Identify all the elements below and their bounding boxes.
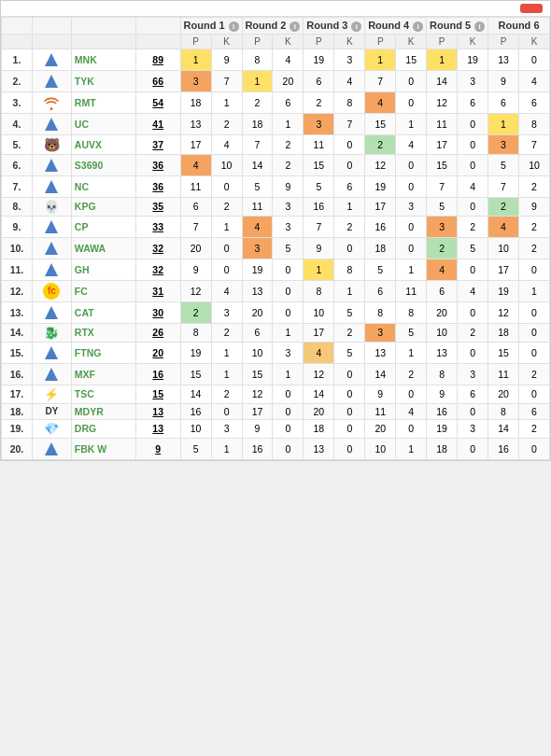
cell-r5p: 13 (427, 342, 458, 363)
page-header (1, 1, 550, 17)
sub-r6p: P (488, 34, 519, 49)
cell-r6p: 17 (488, 259, 519, 280)
cell-r4p: 5 (365, 259, 396, 280)
cell-r6p: 3 (488, 134, 519, 154)
cell-r5p: 3 (427, 216, 458, 237)
cell-r1k: 0 (211, 237, 242, 259)
cell-r4p: 7 (365, 70, 396, 91)
cell-rank: 6. (2, 154, 33, 175)
cell-r1k: 3 (211, 419, 242, 438)
cell-r3p: 20 (304, 403, 334, 419)
cell-r3k: 6 (334, 175, 365, 197)
cell-r3p: 12 (304, 363, 334, 385)
cell-r6p: 2 (488, 197, 519, 216)
cell-total: 13 (135, 419, 180, 438)
sub-r5k: K (458, 34, 488, 49)
cell-r5k: 0 (458, 342, 488, 363)
cell-r4k: 0 (396, 385, 427, 403)
cell-r2p: 3 (242, 237, 273, 259)
cell-r1k: 1 (211, 91, 242, 113)
round4-info-icon[interactable]: i (413, 21, 423, 32)
table-row: 11. GH 32 90190185140170 (2, 259, 550, 280)
cell-r1p: 20 (180, 237, 211, 259)
round3-header: Round 3 i (304, 18, 365, 35)
cell-r6p: 12 (488, 301, 519, 323)
points-button[interactable] (520, 4, 543, 13)
cell-r4k: 2 (396, 363, 427, 385)
cell-r6k: 2 (518, 175, 549, 197)
cell-r3k: 0 (334, 385, 365, 403)
cell-team-name: KPG (71, 197, 135, 216)
cell-r3k: 4 (334, 70, 365, 91)
cell-total: 36 (135, 154, 180, 175)
cell-r2k: 1 (273, 363, 304, 385)
cell-team-name: UC (71, 113, 135, 134)
cell-r6k: 2 (518, 419, 549, 438)
cell-total: 54 (135, 91, 180, 113)
table-row: 19. 💎 DRG 13 10390180200193142 (2, 419, 550, 438)
sub-r2k: K (273, 34, 304, 49)
cell-rank: 3. (2, 91, 33, 113)
cell-r1k: 3 (211, 301, 242, 323)
cell-total: 9 (135, 438, 180, 459)
cell-r4k: 0 (396, 154, 427, 175)
cell-r2k: 1 (273, 113, 304, 134)
table-row: 5. 🐻 AUVX 37 174721102417037 (2, 134, 550, 154)
round5-info-icon[interactable]: i (474, 21, 485, 32)
cell-team-name: FTNG (71, 342, 135, 363)
cell-r6p: 13 (488, 49, 519, 70)
round5-header: Round 5 i (427, 18, 488, 35)
cell-r1k: 2 (211, 113, 242, 134)
cell-r5p: 18 (427, 438, 458, 459)
main-container: Round 1 i Round 2 i Round 3 i Round 4 i … (0, 0, 551, 461)
cell-r2k: 0 (273, 419, 304, 438)
cell-r1k: 4 (211, 134, 242, 154)
cell-total: 37 (135, 134, 180, 154)
cell-total: 30 (135, 301, 180, 323)
cell-r6p: 14 (488, 419, 519, 438)
table-row: 7. NC 36 11059561907472 (2, 175, 550, 197)
cell-team-name: S3690 (71, 154, 135, 175)
cell-rank: 5. (2, 134, 33, 154)
round1-info-icon[interactable]: i (229, 21, 239, 32)
cell-r5p: 17 (427, 134, 458, 154)
cell-r5p: 2 (427, 237, 458, 259)
cell-r1k: 0 (211, 403, 242, 419)
cell-r5k: 2 (458, 323, 488, 342)
cell-r6k: 0 (518, 342, 549, 363)
sub-rank (2, 34, 33, 49)
cell-r5k: 0 (458, 301, 488, 323)
cell-r4k: 4 (396, 134, 427, 154)
cell-team-name: CAT (71, 301, 135, 323)
cell-r6p: 18 (488, 323, 519, 342)
cell-r6p: 1 (488, 113, 519, 134)
cell-r6k: 4 (518, 70, 549, 91)
cell-r5p: 15 (427, 154, 458, 175)
cell-r3k: 7 (334, 113, 365, 134)
cell-r1k: 2 (211, 385, 242, 403)
cell-r3p: 3 (304, 113, 334, 134)
svg-marker-4 (45, 180, 58, 193)
cell-r1p: 8 (180, 323, 211, 342)
cell-r1p: 19 (180, 342, 211, 363)
table-row: 10. WAWA 32 200359018025102 (2, 237, 550, 259)
cell-r1p: 3 (180, 70, 211, 91)
cell-r3k: 1 (334, 280, 365, 301)
round3-info-icon[interactable]: i (351, 21, 361, 32)
round2-info-icon[interactable]: i (290, 21, 300, 32)
cell-rank: 18. (2, 403, 33, 419)
table-row: 14. 🐉 RTX 26 826117235102180 (2, 323, 550, 342)
round4-header: Round 4 i (365, 18, 427, 35)
cell-r1k: 7 (211, 70, 242, 91)
cell-r6p: 19 (488, 280, 519, 301)
svg-marker-5 (45, 220, 58, 233)
cell-r6p: 6 (488, 91, 519, 113)
cell-r1k: 0 (211, 175, 242, 197)
cell-rank: 14. (2, 323, 33, 342)
cell-team-name: MDYR (71, 403, 135, 419)
cell-r1p: 9 (180, 259, 211, 280)
cell-rank: 10. (2, 237, 33, 259)
svg-marker-0 (45, 53, 58, 66)
table-row: 8. 💀 KPG 35 621131611735029 (2, 197, 550, 216)
cell-r6k: 6 (518, 91, 549, 113)
